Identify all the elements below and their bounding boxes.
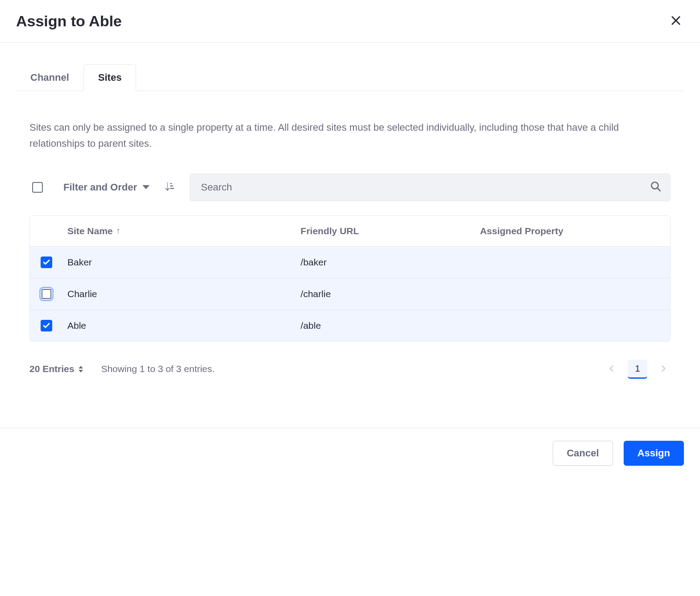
cell-friendly-url: /able <box>300 320 480 331</box>
tab-channel[interactable]: Channel <box>16 64 83 91</box>
tabs: Channel Sites <box>16 64 684 91</box>
table-row[interactable]: Able /able <box>30 310 670 341</box>
cell-friendly-url: /baker <box>300 257 480 268</box>
filter-order-button[interactable]: Filter and Order <box>63 182 150 193</box>
column-site-name[interactable]: Site Name ↑ <box>67 226 300 236</box>
dialog-body: Channel Sites Sites can only be assigned… <box>0 64 700 379</box>
assign-button[interactable]: Assign <box>624 441 684 466</box>
close-icon <box>670 14 682 28</box>
close-button[interactable] <box>668 12 684 30</box>
row-checkbox[interactable] <box>41 320 52 331</box>
entries-per-page-button[interactable]: 20 Entries <box>29 364 83 374</box>
table-row[interactable]: Charlie /charlie <box>30 278 670 310</box>
select-all-checkbox[interactable] <box>32 182 43 193</box>
sort-asc-icon: ↑ <box>117 226 121 236</box>
cell-site-name: Able <box>67 320 300 331</box>
toolbar: Filter and Order <box>29 174 671 201</box>
column-checkbox <box>41 226 67 236</box>
column-friendly-url[interactable]: Friendly URL <box>300 226 480 236</box>
entries-label: 20 Entries <box>29 364 74 374</box>
search-input[interactable] <box>190 174 671 201</box>
column-site-name-label: Site Name <box>67 226 113 236</box>
sort-icon <box>79 366 83 372</box>
chevron-right-icon <box>659 364 668 374</box>
dialog-footer: Cancel Assign <box>0 428 700 478</box>
pagination: 20 Entries Showing 1 to 3 of 3 entries. … <box>29 360 671 379</box>
dialog-header: Assign to Able <box>0 0 700 43</box>
table-row[interactable]: Baker /baker <box>30 247 670 278</box>
search-icon <box>650 181 662 194</box>
table-header: Site Name ↑ Friendly URL Assigned Proper… <box>30 216 670 247</box>
next-page-button[interactable] <box>656 361 671 377</box>
description-text: Sites can only be assigned to a single p… <box>29 120 671 152</box>
filter-order-label: Filter and Order <box>63 182 137 193</box>
dialog: Assign to Able Channel Sites Sites can o… <box>0 0 700 478</box>
row-checkbox[interactable] <box>41 257 52 268</box>
row-checkbox[interactable] <box>41 288 52 300</box>
cell-friendly-url: /charlie <box>300 289 480 299</box>
chevron-left-icon <box>607 364 616 374</box>
current-page[interactable]: 1 <box>628 360 647 379</box>
column-assigned-property[interactable]: Assigned Property <box>480 226 659 236</box>
cell-site-name: Charlie <box>67 289 300 299</box>
chevron-down-icon <box>142 185 150 189</box>
pager: 1 <box>604 360 671 379</box>
tab-sites[interactable]: Sites <box>83 64 137 91</box>
svg-line-3 <box>657 188 660 191</box>
sort-toggle-button[interactable] <box>162 179 177 195</box>
showing-text: Showing 1 to 3 of 3 entries. <box>101 364 215 374</box>
sites-table: Site Name ↑ Friendly URL Assigned Proper… <box>29 215 671 342</box>
dialog-title: Assign to Able <box>16 12 122 30</box>
search-wrapper <box>190 174 671 201</box>
cancel-button[interactable]: Cancel <box>553 441 612 466</box>
prev-page-button[interactable] <box>604 361 619 377</box>
sort-icon <box>164 181 175 194</box>
cell-site-name: Baker <box>67 257 300 268</box>
